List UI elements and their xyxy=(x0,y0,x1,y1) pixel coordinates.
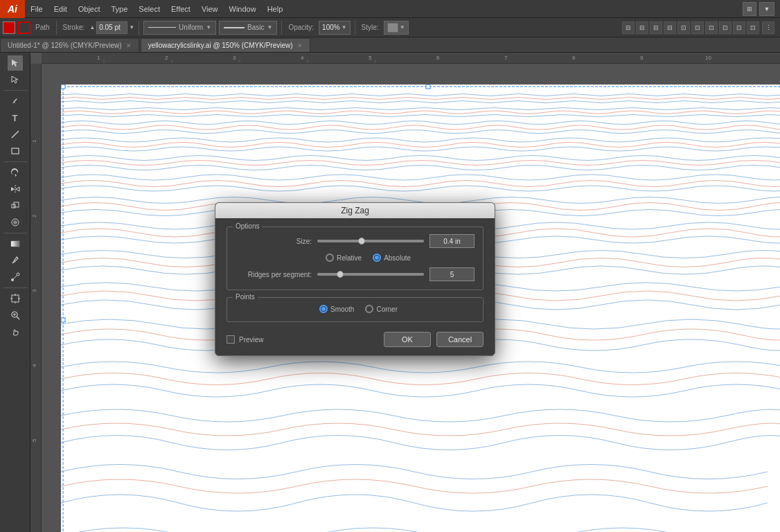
menu-type[interactable]: Type xyxy=(106,0,134,18)
stroke-up-arrow[interactable]: ▲ xyxy=(89,24,95,30)
radio-absolute-circle[interactable] xyxy=(373,254,381,262)
svg-rect-45 xyxy=(61,318,65,322)
menubar: Ai File Edit Object Type Select Effect V… xyxy=(0,0,780,18)
workspace-icon[interactable]: ▼ xyxy=(759,2,774,16)
tab-yellowacrylic-close[interactable]: ✕ xyxy=(297,42,303,49)
variable-width-selector[interactable]: Basic ▼ xyxy=(219,21,277,35)
zigzag-dialog: Zig Zag Options Size: xyxy=(215,202,495,356)
preview-label: Preview xyxy=(239,336,264,344)
dialog-body: Options Size: xyxy=(215,218,495,355)
tool-type[interactable]: T xyxy=(8,110,23,125)
ok-button[interactable]: OK xyxy=(384,332,431,347)
sep-4 xyxy=(355,21,355,35)
tool-warp[interactable] xyxy=(8,215,23,230)
tool-artboard[interactable] xyxy=(8,291,23,306)
radio-group-relative-absolute: Relative Absolute xyxy=(326,254,411,262)
relative-absolute-row: Relative Absolute xyxy=(319,254,475,262)
size-slider-thumb[interactable] xyxy=(358,238,365,245)
stroke-swatch[interactable] xyxy=(18,21,30,34)
distribute-icon[interactable]: ⋮ xyxy=(762,21,774,34)
svg-text:10: 10 xyxy=(705,55,711,61)
tab-untitled-close[interactable]: ✕ xyxy=(126,42,132,49)
menu-help[interactable]: Help xyxy=(262,0,289,18)
stroke-dropdown-arrow[interactable]: ▼ xyxy=(206,24,211,30)
stroke-down-arrow[interactable]: ▼ xyxy=(129,24,134,30)
ridges-slider-thumb[interactable] xyxy=(337,271,344,278)
tabs: Untitled-1* @ 126% (CMYK/Preview) ✕ yell… xyxy=(0,37,780,53)
preview-row: Preview xyxy=(227,335,264,344)
tool-rotate[interactable] xyxy=(8,165,23,180)
ridges-slider[interactable] xyxy=(317,273,424,276)
fill-swatch[interactable] xyxy=(3,21,15,34)
opacity-value: 100% xyxy=(322,24,340,31)
ridges-label: Ridges per segment: xyxy=(236,271,312,278)
tool-sep-1 xyxy=(3,90,27,91)
arrange-icon[interactable]: ⊞ xyxy=(743,2,756,16)
svg-text:8: 8 xyxy=(572,55,576,61)
svg-rect-18 xyxy=(42,53,780,64)
tool-direct-select[interactable] xyxy=(8,72,23,87)
menu-effect[interactable]: Effect xyxy=(166,0,196,18)
ridges-value-input[interactable] xyxy=(429,267,475,281)
tool-hand[interactable] xyxy=(8,324,23,339)
svg-rect-43 xyxy=(426,85,430,89)
radio-smooth-circle[interactable] xyxy=(319,305,328,313)
points-legend: Points xyxy=(233,293,258,301)
menu-edit[interactable]: Edit xyxy=(48,0,73,18)
dialog-title: Zig Zag xyxy=(341,206,369,215)
radio-relative[interactable]: Relative xyxy=(326,254,362,262)
svg-text:4: 4 xyxy=(31,364,37,367)
radio-smooth[interactable]: Smooth xyxy=(319,305,354,313)
stroke-style-selector[interactable]: Uniform ▼ xyxy=(143,21,216,35)
style-selector[interactable]: ▼ xyxy=(384,21,409,35)
tool-rect[interactable] xyxy=(8,143,23,159)
sep-1 xyxy=(56,21,57,35)
tool-pen[interactable] xyxy=(8,94,23,109)
radio-corner-label: Corner xyxy=(376,305,398,313)
menu-window[interactable]: Window xyxy=(224,0,262,18)
menu-object[interactable]: Object xyxy=(73,0,106,18)
opacity-dropdown-arrow[interactable]: ▼ xyxy=(342,24,347,30)
tool-scale[interactable] xyxy=(8,198,23,213)
size-value-input[interactable] xyxy=(429,234,475,248)
svg-text:6: 6 xyxy=(436,55,440,61)
radio-group-points: Smooth Corner xyxy=(319,305,398,313)
width-dropdown-arrow[interactable]: ▼ xyxy=(267,24,273,30)
radio-relative-circle[interactable] xyxy=(326,254,334,262)
opacity-selector[interactable]: 100% ▼ xyxy=(319,21,351,35)
sep-3 xyxy=(281,21,282,35)
preview-checkbox[interactable] xyxy=(227,335,235,344)
align-toolbar[interactable]: ⊟ ⊟ ⊟ ⊟ ⊡ ⊡ ⊡ ⊡ ⊡ ⊡ xyxy=(622,21,759,34)
path-label: Path xyxy=(33,24,52,31)
svg-text:5: 5 xyxy=(369,55,372,61)
tool-gradient[interactable] xyxy=(8,236,23,251)
tab-untitled[interactable]: Untitled-1* @ 126% (CMYK/Preview) ✕ xyxy=(0,38,139,52)
tool-reflect[interactable] xyxy=(8,181,23,197)
cancel-button[interactable]: Cancel xyxy=(436,332,484,347)
radio-absolute[interactable]: Absolute xyxy=(373,254,411,262)
svg-text:1: 1 xyxy=(31,139,37,143)
tool-zoom[interactable] xyxy=(8,308,23,323)
size-slider[interactable] xyxy=(317,240,424,242)
tool-eyedrop[interactable] xyxy=(8,253,23,268)
radio-corner[interactable]: Corner xyxy=(365,305,398,313)
tool-blend[interactable] xyxy=(8,269,23,285)
style-label: Style: xyxy=(360,24,381,31)
menu-select[interactable]: Select xyxy=(133,0,166,18)
tool-arrow[interactable] xyxy=(8,55,23,71)
radio-corner-circle[interactable] xyxy=(365,305,373,313)
tool-line[interactable] xyxy=(8,127,23,142)
menu-view[interactable]: View xyxy=(196,0,224,18)
size-slider-track xyxy=(317,240,424,242)
stroke-value-input[interactable] xyxy=(96,21,127,34)
dialog-footer: Preview OK Cancel xyxy=(227,329,484,348)
style-dropdown-arrow[interactable]: ▼ xyxy=(400,24,405,30)
svg-rect-42 xyxy=(61,85,65,89)
uniform-label: Uniform xyxy=(179,24,203,31)
size-row: Size: xyxy=(236,234,475,248)
points-row: Smooth Corner xyxy=(236,305,475,313)
menu-file[interactable]: File xyxy=(25,0,48,18)
svg-text:3: 3 xyxy=(31,289,37,292)
tab-yellowacrylic[interactable]: yellowacrylicslinky.ai @ 150% (CMYK/Prev… xyxy=(141,38,310,52)
radio-relative-label: Relative xyxy=(337,254,362,262)
